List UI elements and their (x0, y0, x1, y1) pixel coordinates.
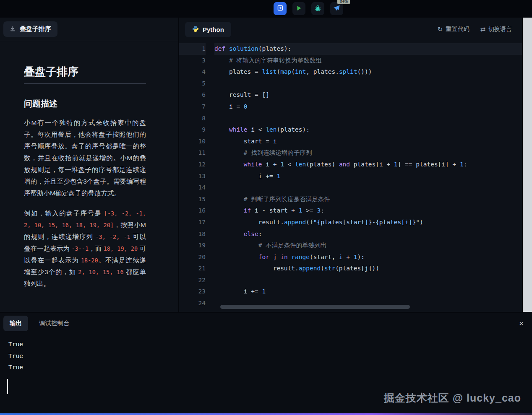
code-line[interactable]: i += 1 (214, 286, 522, 298)
bottom-accent-bar (0, 413, 532, 415)
code-line[interactable]: plates = list(map(int, plates.split())) (214, 66, 522, 78)
code-editor[interactable]: 13456789101112131415161718192021222324 d… (179, 41, 522, 312)
line-number: 17 (179, 217, 206, 228)
inline-code: 2, 10, 15, 16 (78, 269, 123, 275)
code-line[interactable]: for j in range(start, i + 1): (214, 252, 522, 263)
problem-tab[interactable]: 叠盘子排序 (3, 21, 57, 37)
play-icon (296, 5, 302, 13)
horizontal-scrollbar[interactable] (220, 305, 514, 309)
inline-code: -3, -2, -1 (95, 233, 130, 240)
problem-content[interactable]: 叠盘子排序 问题描述 小M有一个独特的方式来收拾家中的盘子。每次用餐后，他会将盘… (0, 41, 178, 312)
line-number: 1 (179, 43, 206, 55)
line-number: 21 (179, 263, 206, 275)
code-line[interactable] (214, 182, 522, 194)
line-number: 22 (179, 275, 206, 286)
inline-code: -3--1 (71, 245, 89, 252)
new-panel-button[interactable] (274, 2, 287, 15)
code-line[interactable]: else: (214, 228, 522, 240)
problem-panel-header: 叠盘子排序 (0, 18, 178, 41)
line-number: 6 (179, 89, 206, 101)
output-line: True (8, 350, 532, 362)
line-number: 19 (179, 240, 206, 252)
tab-debug-console[interactable]: 调试控制台 (39, 319, 70, 327)
inline-code: 18, 19, 20 (104, 245, 138, 252)
inline-code: 18-20 (81, 257, 98, 264)
submit-button[interactable]: Beta (330, 2, 343, 15)
code-line[interactable]: if i - start + 1 >= 3: (214, 205, 522, 217)
code-line[interactable]: while i < len(plates): (214, 124, 522, 136)
editor-panel: Python ↻ 重置代码 ⇄ 切换语言 1345678910111213141… (179, 18, 522, 312)
code-line[interactable]: def solution(plates): (214, 43, 522, 55)
language-label: Python (203, 26, 224, 33)
close-icon[interactable]: × (519, 319, 524, 327)
text-caret (7, 379, 8, 394)
reset-icon: ↻ (438, 26, 443, 33)
editor-actions: ↻ 重置代码 ⇄ 切换语言 (438, 26, 512, 33)
code-line[interactable] (214, 78, 522, 90)
code-line[interactable]: # 将输入的字符串转换为整数数组 (214, 55, 522, 67)
switch-language-button[interactable]: ⇄ 切换语言 (480, 26, 512, 33)
editor-code[interactable]: def solution(plates): # 将输入的字符串转换为整数数组 p… (214, 43, 522, 312)
beta-badge: Beta (337, 0, 350, 4)
output-line: True (8, 339, 532, 350)
switch-language-icon: ⇄ (480, 26, 485, 33)
console-header: 输出 调试控制台 × (0, 313, 532, 334)
download-icon (10, 26, 16, 33)
code-line[interactable]: start = i (214, 136, 522, 148)
scrollbar-thumb[interactable] (220, 305, 410, 309)
tab-output[interactable]: 输出 (3, 316, 28, 331)
code-line[interactable]: while i + 1 < len(plates) and plates[i +… (214, 159, 522, 171)
problem-panel: 叠盘子排序 叠盘子排序 问题描述 小M有一个独特的方式来收拾家中的盘子。每次用餐… (0, 18, 178, 312)
run-button[interactable] (292, 2, 305, 15)
problem-title: 叠盘子排序 (24, 65, 146, 84)
line-number: 7 (179, 101, 206, 113)
line-number: 12 (179, 159, 206, 171)
paper-plane-icon (333, 5, 340, 13)
line-number: 14 (179, 182, 206, 194)
line-number: 8 (179, 113, 206, 124)
topbar-actions: Beta (274, 2, 343, 15)
bug-icon (314, 5, 321, 13)
console-panel: 输出 调试控制台 × TrueTrueTrue 掘金技术社区 @ lucky_c… (0, 313, 532, 413)
problem-section-heading: 问题描述 (24, 98, 146, 109)
problem-tab-label: 叠盘子排序 (20, 25, 51, 33)
code-line[interactable]: # 不满足条件的单独列出 (214, 240, 522, 252)
code-line[interactable]: # 找到连续递增的子序列 (214, 147, 522, 159)
code-line[interactable]: result = [] (214, 89, 522, 101)
code-line[interactable]: i += 1 (214, 171, 522, 182)
code-line[interactable]: result.append(str(plates[j])) (214, 263, 522, 275)
line-number: 24 (179, 298, 206, 309)
line-number: 5 (179, 78, 206, 90)
code-line[interactable]: result.append(f"{plates[start]}-{plates[… (214, 217, 522, 228)
line-number: 10 (179, 136, 206, 148)
line-number: 9 (179, 124, 206, 136)
editor-header: Python ↻ 重置代码 ⇄ 切换语言 (179, 18, 522, 41)
console-output[interactable]: TrueTrueTrue (0, 334, 532, 374)
code-line[interactable] (214, 275, 522, 286)
watermark: 掘金技术社区 @ lucky_cao (384, 391, 521, 405)
line-number: 4 (179, 66, 206, 78)
main-area: 叠盘子排序 叠盘子排序 问题描述 小M有一个独特的方式来收拾家中的盘子。每次用餐… (0, 18, 532, 312)
python-icon (192, 26, 199, 34)
line-number: 20 (179, 252, 206, 263)
language-selector[interactable]: Python (185, 22, 231, 37)
app-root: Beta 叠盘子排序 叠盘子排序 问题描述 小M有一个独特的方 (0, 0, 532, 415)
output-line: True (8, 362, 532, 374)
reset-code-button[interactable]: ↻ 重置代码 (438, 26, 469, 33)
editor-gutter: 13456789101112131415161718192021222324 (179, 43, 214, 312)
line-number: 11 (179, 147, 206, 159)
text-segment: 例如，输入的盘子序号是 (24, 210, 104, 217)
topbar: Beta (0, 0, 532, 18)
text-segment: ，而 (89, 245, 104, 252)
code-line[interactable]: i = 0 (214, 101, 522, 113)
reset-code-label: 重置代码 (446, 26, 469, 33)
line-number: 16 (179, 205, 206, 217)
debug-button[interactable] (311, 2, 324, 15)
line-number: 13 (179, 171, 206, 182)
line-number: 23 (179, 286, 206, 298)
problem-paragraph: 小M有一个独特的方式来收拾家中的盘子。每次用餐后，他会将盘子按照他们的序号顺序叠… (24, 117, 146, 199)
line-number: 18 (179, 228, 206, 240)
code-line[interactable]: # 判断子序列长度是否满足条件 (214, 194, 522, 205)
code-line[interactable] (214, 113, 522, 124)
right-edge-panel[interactable] (523, 18, 532, 312)
